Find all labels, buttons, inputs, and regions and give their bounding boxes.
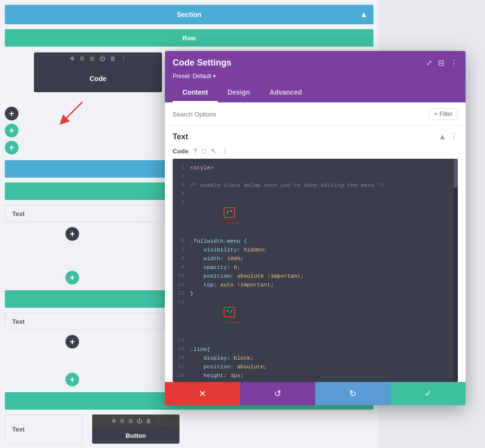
code-line-1: 1 <style> — [173, 164, 458, 172]
red-arrow-13: ←—— — [227, 317, 240, 328]
text-module-bottom: Text — [5, 415, 82, 444]
code-editor[interactable]: 1 <style> 2 3 /* enable class below once… — [173, 159, 458, 382]
add-btn-3[interactable]: + — [5, 141, 18, 154]
code-module-toolbar: ✥ ⚙ ⊞ ⏻ 🗑 ⋮ — [34, 52, 162, 65]
section-bar-top[interactable]: Section ▲ — [5, 5, 373, 24]
button-module: ✥ ⚙ ⊞ ⏻ 🗑 ⋮ Button — [92, 415, 179, 444]
tab-design[interactable]: Design — [218, 83, 260, 102]
code-line-9: 9 opacity: 0; — [173, 263, 458, 272]
btn-move-icon[interactable]: ✥ — [112, 418, 116, 424]
code-toolbar: Code ? □ ↖ ⋮ — [165, 145, 466, 159]
modal-tabs: Content Design Advanced — [173, 83, 458, 102]
modal-header-icons: ⤢ ⊟ ⋮ — [426, 58, 458, 67]
text-label-bottom: Text — [12, 426, 25, 433]
section-chevron-icon[interactable]: ▲ — [360, 10, 368, 19]
cancel-icon: ✕ — [199, 388, 206, 399]
filter-label: Filter — [439, 111, 453, 117]
power-icon[interactable]: ⏻ — [99, 55, 105, 62]
code-line-3: 3 /* enable class below once you're done… — [173, 181, 458, 190]
undo-icon: ↺ — [274, 388, 281, 399]
button-label: Button — [126, 432, 146, 439]
add-btn-6[interactable]: + — [65, 335, 79, 348]
code-module-label: Code — [90, 75, 107, 83]
red-box-5: /* — [224, 207, 235, 218]
code-line-19: 19 width: 100%; — [173, 380, 458, 382]
text-section-controls: ▲ ⋮ — [438, 132, 458, 141]
row-label-1: Row — [182, 34, 195, 42]
tab-advanced[interactable]: Advanced — [260, 83, 312, 102]
modal-body: + Filter Text ▲ ⋮ Code ? □ ↖ ⋮ 1 <style> — [165, 102, 466, 382]
btn-settings-icon[interactable]: ⚙ — [120, 418, 125, 424]
search-bar: + Filter — [165, 102, 466, 126]
code-module: Code — [34, 65, 162, 92]
expand-icon[interactable]: ⤢ — [426, 58, 432, 67]
device-icon[interactable]: □ — [202, 147, 206, 155]
code-line-18: 18 height: 3px; — [173, 371, 458, 380]
scrollbar-track — [454, 159, 458, 382]
code-line-6: 6 .fullwidth-menu { — [173, 237, 458, 246]
btn-power-icon[interactable]: ⏻ — [137, 418, 142, 424]
code-line-17: 17 position: absolute; — [173, 363, 458, 371]
redo-button[interactable]: ↻ — [315, 382, 390, 405]
svg-line-1 — [63, 102, 82, 121]
filter-button[interactable]: + Filter — [429, 108, 458, 120]
code-line-16: 16 display: block; — [173, 354, 458, 363]
add-btn-2[interactable]: + — [5, 124, 18, 137]
cursor-icon[interactable]: ↖ — [211, 147, 217, 155]
code-toolbar-label: Code — [173, 148, 189, 155]
settings-icon[interactable]: ⚙ — [80, 55, 85, 62]
add-btn-4[interactable]: + — [65, 227, 79, 241]
text-section-header: Text ▲ ⋮ — [165, 126, 466, 145]
section-label: Section — [177, 11, 202, 18]
add-btn-1[interactable]: + — [5, 107, 18, 120]
help-icon[interactable]: ? — [194, 147, 197, 155]
collapse-icon[interactable]: ▲ — [438, 133, 446, 141]
undo-button[interactable]: ↺ — [240, 382, 315, 405]
btn-copy-icon[interactable]: ⊞ — [129, 418, 133, 424]
search-input[interactable] — [173, 111, 401, 118]
btn-trash-icon[interactable]: 🗑 — [146, 418, 151, 424]
modal-footer: ✕ ↺ ↻ ✓ — [165, 382, 466, 405]
save-icon: ✓ — [424, 388, 432, 399]
cancel-button[interactable]: ✕ — [165, 382, 240, 405]
copy-icon[interactable]: ⊞ — [90, 55, 95, 62]
trash-icon[interactable]: 🗑 — [110, 55, 116, 62]
modal-header: Code Settings ⤢ ⊟ ⋮ Preset: Default ▾ Co… — [165, 51, 466, 102]
scrollbar-thumb[interactable] — [454, 159, 458, 188]
code-line-12: 12 } — [173, 289, 458, 298]
add-btn-7[interactable]: + — [65, 373, 79, 386]
preset-label: Preset: — [173, 73, 191, 80]
columns-icon[interactable]: ⊟ — [438, 58, 444, 67]
move-icon[interactable]: ✥ — [70, 55, 75, 62]
code-line-14: 14 — [173, 336, 458, 345]
text-section-title: Text — [173, 133, 188, 141]
tab-content[interactable]: Content — [173, 83, 218, 102]
more-options-icon[interactable]: ⋮ — [450, 58, 458, 67]
text-more-icon[interactable]: ⋮ — [450, 132, 458, 141]
modal-title: Code Settings — [173, 58, 231, 68]
add-btn-5[interactable]: + — [65, 271, 79, 284]
row-bar-1[interactable]: Row — [5, 29, 373, 47]
code-line-4: 4 — [173, 190, 458, 199]
save-button[interactable]: ✓ — [390, 382, 466, 405]
code-line-2: 2 — [173, 172, 458, 181]
code-line-15: 15 .line{ — [173, 345, 458, 354]
code-settings-modal: Code Settings ⤢ ⊟ ⋮ Preset: Default ▾ Co… — [165, 51, 466, 405]
toolbar-more-icon[interactable]: ⋮ — [222, 147, 228, 155]
btn-more-icon[interactable]: ⋮ — [155, 418, 161, 424]
code-line-10: 10 position: absolute !important; — [173, 272, 458, 281]
redo-icon: ↻ — [349, 388, 356, 399]
modal-preset[interactable]: Preset: Default ▾ — [173, 73, 458, 80]
text-label-1: Text — [12, 210, 25, 217]
preset-value: Default — [193, 73, 211, 80]
red-arrow-5: ←—— — [227, 218, 240, 229]
code-line-7: 7 visibility: hidden; — [173, 246, 458, 254]
more-icon[interactable]: ⋮ — [121, 55, 127, 62]
code-line-8: 8 width: 100%; — [173, 254, 458, 263]
text-module-1: Text — [5, 205, 165, 222]
filter-icon: + — [434, 111, 437, 117]
text-label-2: Text — [12, 318, 25, 325]
code-line-11: 11 top: auto !important; — [173, 281, 458, 289]
red-arrow — [56, 100, 85, 129]
code-line-5: 5 /* ←—— — [173, 199, 458, 237]
